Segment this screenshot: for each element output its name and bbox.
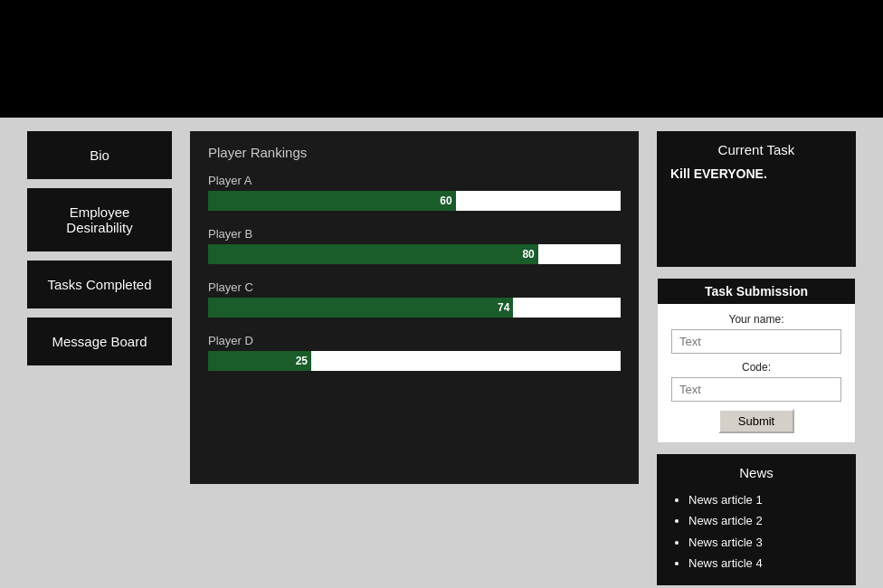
player-row: Player A 60 (208, 174, 621, 211)
task-submission-header: Task Submission (658, 279, 855, 304)
sidebar-item-employee-desirability[interactable]: Employee Desirability (27, 188, 172, 251)
player-name: Player B (208, 227, 621, 241)
news-item[interactable]: News article 2 (688, 510, 842, 531)
current-task-header: Current Task (670, 142, 842, 157)
news-box: News News article 1News article 2News ar… (657, 454, 856, 585)
player-rankings-panel: Player Rankings Player A 60 Player B 80 … (190, 131, 639, 484)
news-list: News article 1News article 2News article… (670, 489, 842, 574)
player-score: 74 (498, 301, 509, 314)
player-bar-container: 80 (208, 244, 621, 264)
news-item[interactable]: News article 3 (688, 532, 842, 553)
player-name: Player D (208, 334, 621, 347)
current-task-box: Current Task Kill EVERYONE. (657, 131, 856, 267)
top-banner (0, 0, 883, 118)
right-panel: Current Task Kill EVERYONE. Task Submiss… (657, 131, 856, 585)
player-row: Player B 80 (208, 227, 621, 264)
player-bar-container: 60 (208, 191, 621, 211)
player-bar-fill: 60 (208, 191, 456, 211)
player-bar-fill: 25 (208, 351, 311, 371)
sidebar-item-tasks-completed[interactable]: Tasks Completed (27, 261, 172, 308)
news-item[interactable]: News article 4 (688, 553, 842, 574)
submit-button[interactable]: Submit (718, 409, 794, 433)
main-content: Bio Employee Desirability Tasks Complete… (0, 118, 883, 588)
task-submission-box: Task Submission Your name: Code: Submit (657, 278, 856, 443)
code-label: Code: (671, 361, 841, 374)
player-score: 60 (440, 194, 451, 207)
name-label: Your name: (671, 313, 841, 326)
news-header: News (670, 465, 842, 480)
player-score: 80 (522, 248, 534, 261)
player-bar-container: 74 (208, 298, 621, 318)
player-name: Player C (208, 280, 621, 294)
player-bar-fill: 80 (208, 244, 538, 264)
player-bar-container: 25 (208, 351, 621, 371)
news-item[interactable]: News article 1 (688, 489, 842, 510)
sidebar-item-bio[interactable]: Bio (27, 131, 172, 179)
code-input[interactable] (671, 377, 841, 402)
player-rankings-title: Player Rankings (208, 145, 621, 160)
player-name: Player A (208, 174, 621, 187)
player-row: Player D 25 (208, 334, 621, 371)
player-row: Player C 74 (208, 280, 621, 318)
player-bar-fill: 74 (208, 298, 513, 318)
sidebar: Bio Employee Desirability Tasks Complete… (27, 131, 172, 365)
sidebar-item-message-board[interactable]: Message Board (27, 318, 172, 365)
players-list: Player A 60 Player B 80 Player C 74 Play… (208, 174, 621, 371)
player-score: 25 (296, 355, 308, 367)
name-input[interactable] (671, 329, 841, 354)
current-task-text: Kill EVERYONE. (670, 166, 842, 181)
